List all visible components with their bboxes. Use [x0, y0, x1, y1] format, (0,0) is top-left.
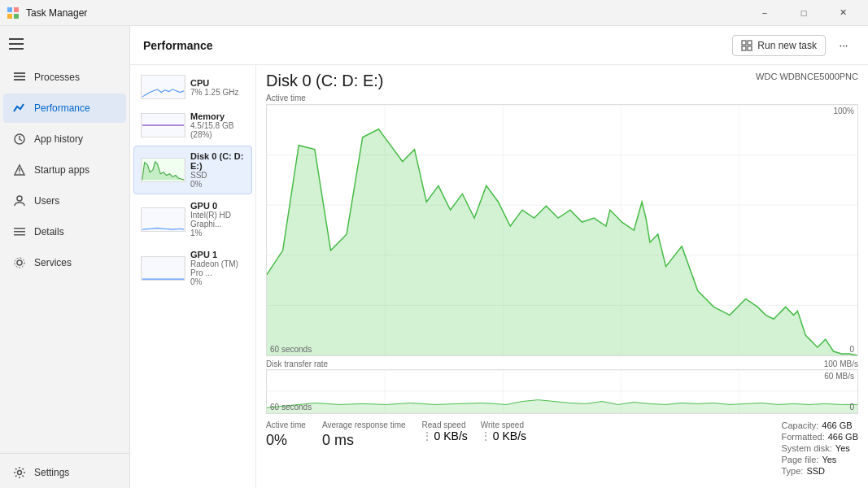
- more-options-button[interactable]: ···: [832, 34, 855, 57]
- sidebar-item-startup-label: Startup apps: [34, 164, 89, 176]
- svg-rect-4: [14, 72, 25, 74]
- sidebar-item-processes[interactable]: Processes: [3, 63, 126, 92]
- active-time-chart-svg: [267, 105, 857, 355]
- write-speed-stat: Write speed ⋮ 0 KB/s: [481, 420, 526, 442]
- sidebar-item-services[interactable]: Services: [3, 248, 126, 277]
- app-icon: [7, 7, 20, 20]
- minimize-button[interactable]: −: [746, 0, 783, 26]
- sidebar-item-services-label: Services: [34, 257, 72, 268]
- chart-top-max: 100%: [833, 107, 854, 115]
- read-speed-label: Read speed: [422, 420, 468, 429]
- disk0-name: Disk 0 (C: D: E:): [190, 151, 245, 171]
- svg-rect-3: [14, 14, 19, 19]
- gpu1-value: 0%: [190, 277, 245, 286]
- sidebar: Processes Performance App history Startu…: [0, 26, 130, 488]
- chart-bottom-max: 100 MB/s: [824, 359, 858, 368]
- page-file-row: Page file: Yes: [782, 455, 859, 464]
- resource-item-memory[interactable]: Memory 4.5/15.8 GB (28%): [133, 106, 252, 145]
- resource-item-gpu0[interactable]: GPU 0 Intel(R) HD Graphi... 1%: [133, 195, 252, 243]
- svg-point-10: [19, 172, 20, 174]
- sidebar-item-processes-label: Processes: [34, 72, 80, 83]
- details-icon: [13, 225, 26, 238]
- memory-mini-chart: [141, 113, 185, 137]
- capacity-label: Capacity:: [782, 420, 819, 430]
- run-new-task-button[interactable]: Run new task: [732, 35, 826, 56]
- close-button[interactable]: ✕: [824, 0, 861, 26]
- svg-point-17: [18, 471, 22, 475]
- svg-rect-21: [748, 46, 752, 50]
- resource-list: CPU 7% 1.25 GHz: [130, 65, 256, 488]
- svg-rect-27: [142, 257, 184, 280]
- type-label: Type:: [782, 466, 804, 476]
- titlebar: Task Manager − □ ✕: [0, 0, 868, 26]
- app-history-icon: [13, 133, 26, 146]
- active-time-stat-value: 0%: [266, 432, 306, 449]
- run-icon: [741, 40, 752, 51]
- sidebar-item-users-label: Users: [34, 195, 59, 207]
- sidebar-item-settings[interactable]: Settings: [3, 458, 126, 487]
- svg-rect-26: [142, 208, 184, 231]
- svg-point-16: [15, 258, 24, 268]
- gpu1-name: GPU 1: [190, 250, 245, 259]
- capacity-value: 466 GB: [822, 420, 852, 430]
- active-time-chart: 100%: [266, 104, 858, 356]
- content-title: Performance: [143, 39, 213, 52]
- memory-name: Memory: [190, 111, 245, 121]
- formatted-row: Formatted: 466 GB: [782, 432, 859, 442]
- sidebar-item-app-history[interactable]: App history: [3, 124, 126, 154]
- resource-item-disk0[interactable]: Disk 0 (C: D: E:) SSD 0%: [133, 146, 252, 194]
- content-header: Performance Run new task ···: [130, 26, 868, 65]
- write-speed-value: 0 KB/s: [493, 429, 526, 442]
- svg-marker-38: [267, 129, 857, 355]
- svg-rect-6: [14, 79, 25, 81]
- app-container: Processes Performance App history Startu…: [0, 26, 868, 488]
- memory-chart-svg: [142, 114, 185, 137]
- gpu1-chart-svg: [142, 257, 185, 280]
- sidebar-item-users[interactable]: Users: [3, 186, 126, 216]
- svg-rect-22: [142, 76, 184, 98]
- detail-title: Disk 0 (C: D: E:): [266, 72, 383, 90]
- resource-item-gpu1[interactable]: GPU 1 Radeon (TM) Pro ... 0%: [133, 244, 252, 292]
- detail-header: Disk 0 (C: D: E:) WDC WDBNCE5000PNC: [266, 72, 858, 90]
- sidebar-bottom: Settings: [0, 453, 129, 488]
- cpu-name: CPU: [190, 78, 245, 88]
- gpu0-chart-svg: [142, 208, 185, 231]
- run-new-task-label: Run new task: [757, 40, 817, 51]
- maximize-button[interactable]: □: [785, 0, 822, 26]
- read-speed-stat: Read speed ⋮ 0 KB/s: [422, 420, 468, 442]
- sidebar-item-performance[interactable]: Performance: [3, 94, 126, 123]
- disk0-value: 0%: [190, 180, 245, 189]
- sidebar-item-details[interactable]: Details: [3, 217, 126, 246]
- svg-rect-1: [14, 7, 19, 12]
- svg-rect-14: [14, 234, 25, 236]
- avg-response-label: Average response time: [322, 420, 406, 429]
- svg-rect-13: [14, 231, 25, 233]
- system-disk-label: System disk:: [782, 443, 832, 453]
- disk-transfer-label: Disk transfer rate: [266, 359, 328, 368]
- sidebar-item-startup-apps[interactable]: Startup apps: [3, 155, 126, 185]
- cpu-mini-chart: [141, 75, 185, 99]
- gpu1-sub: Radeon (TM) Pro ...: [190, 259, 245, 277]
- stats-row: Active time 0% Average response time 0 m…: [266, 420, 858, 476]
- processes-icon: [13, 71, 26, 84]
- performance-icon: [13, 102, 26, 115]
- resource-item-cpu[interactable]: CPU 7% 1.25 GHz: [133, 69, 252, 105]
- disk0-mini-chart: [141, 158, 185, 182]
- titlebar-title: Task Manager: [26, 7, 746, 19]
- avg-response-value: 0 ms: [322, 432, 406, 449]
- disk-details: Capacity: 466 GB Formatted: 466 GB Syste…: [782, 420, 859, 476]
- type-row: Type: SSD: [782, 466, 859, 476]
- chart-bottom-zero: 0: [849, 403, 854, 412]
- sidebar-item-app-history-label: App history: [34, 133, 83, 145]
- formatted-value: 466 GB: [828, 432, 858, 442]
- chart-top-zero: 0: [849, 345, 854, 354]
- content-body: CPU 7% 1.25 GHz: [130, 65, 868, 488]
- cpu-chart-svg: [142, 76, 185, 98]
- type-value: SSD: [806, 466, 825, 476]
- services-icon: [13, 256, 26, 269]
- page-file-label: Page file:: [782, 455, 819, 464]
- hamburger-button[interactable]: [0, 29, 33, 59]
- gpu0-value: 1%: [190, 229, 245, 237]
- chart-bottom-time: 60 seconds: [270, 403, 312, 412]
- disk-transfer-chart-svg: [267, 370, 857, 413]
